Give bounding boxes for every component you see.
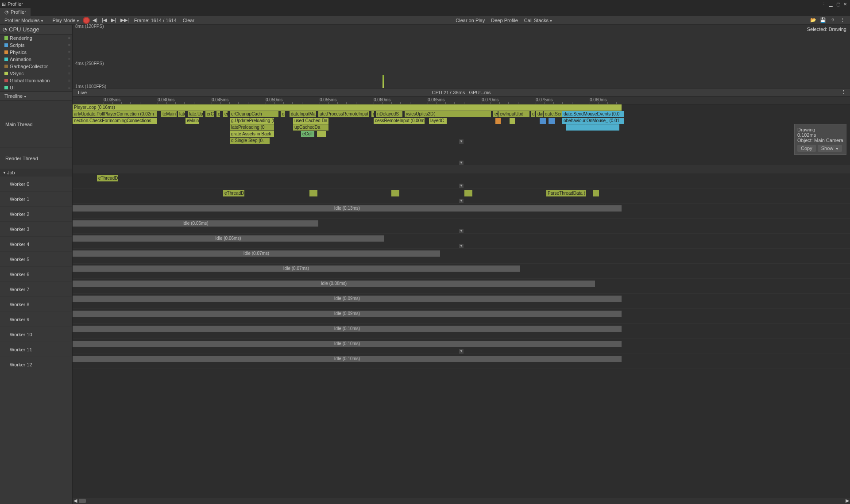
block[interactable]: g.UpdatePreloading (0 bbox=[230, 118, 274, 124]
block[interactable]: latePreloading (0 bbox=[230, 124, 274, 131]
block[interactable]: d Single Step (0. bbox=[230, 138, 270, 144]
close-icon[interactable]: ✕ bbox=[842, 1, 848, 7]
call-stacks-dropdown[interactable]: Call Stacks▼ bbox=[522, 17, 555, 24]
worker-block[interactable]: Idle (0.10ms) bbox=[73, 326, 622, 332]
drag-handle-icon[interactable]: ≡ bbox=[68, 85, 70, 90]
block[interactable]: dateInputMa bbox=[281, 111, 285, 117]
expand-handle[interactable]: ▼ bbox=[459, 349, 464, 354]
block[interactable]: arlyUpdate.PollPlayerConnection (0.02m bbox=[73, 111, 157, 117]
clear-on-play-toggle[interactable]: Clear on Play bbox=[453, 17, 487, 24]
category-rendering[interactable]: Rendering≡ bbox=[0, 35, 72, 42]
drag-handle-icon[interactable]: ≡ bbox=[68, 57, 70, 62]
worker-block[interactable]: Idle (0.07ms) bbox=[73, 250, 440, 257]
category-vsync[interactable]: VSync≡ bbox=[0, 70, 72, 77]
prev-frame-button[interactable]: |◀ bbox=[100, 16, 108, 24]
worker-block[interactable] bbox=[391, 190, 399, 196]
block[interactable]: cessRemoteInput (0.00m bbox=[374, 118, 425, 124]
thread-worker-7[interactable]: Worker 7 bbox=[0, 282, 72, 297]
thread-worker-0[interactable]: Worker 0 bbox=[0, 177, 72, 192]
drag-handle-icon[interactable]: ≡ bbox=[68, 43, 70, 47]
thread-worker-4[interactable]: Worker 4 bbox=[0, 237, 72, 252]
play-mode-dropdown[interactable]: Play Mode▼ bbox=[50, 17, 82, 24]
thread-worker-8[interactable]: Worker 8 bbox=[0, 297, 72, 312]
scroll-right-icon[interactable]: ▶ bbox=[846, 498, 849, 504]
block[interactable]: ysicsUpilcs2D( bbox=[405, 111, 491, 117]
worker-block[interactable]: Idle (0.09ms) bbox=[73, 311, 622, 317]
deep-profile-toggle[interactable]: Deep Profile bbox=[488, 17, 521, 24]
worker-block[interactable]: eThreadDa bbox=[223, 190, 244, 196]
block[interactable]: erCleanupCach bbox=[223, 111, 228, 117]
thread-worker-10[interactable]: Worker 10 bbox=[0, 327, 72, 342]
drag-handle-icon[interactable]: ≡ bbox=[68, 36, 70, 40]
worker-block[interactable]: Idle (0.05ms) bbox=[73, 220, 318, 227]
minimize-icon[interactable]: ▁ bbox=[828, 1, 834, 7]
record-button[interactable] bbox=[83, 17, 90, 24]
block[interactable]: ate.ProcessRemoteInput bbox=[318, 111, 369, 117]
block[interactable]: nection.CheckForIncomingConnections bbox=[73, 118, 157, 124]
block[interactable]: grate Assets in Back bbox=[230, 131, 274, 137]
block[interactable] bbox=[317, 131, 326, 137]
cpu-usage-header[interactable]: ◔ CPU Usage bbox=[0, 25, 72, 35]
drag-handle-icon[interactable]: ≡ bbox=[68, 50, 70, 54]
block[interactable]: date.SendMouseEvents (0.0 bbox=[531, 111, 535, 117]
scroll-left-icon[interactable]: ◀ bbox=[73, 498, 77, 504]
category-animation[interactable]: Animation≡ bbox=[0, 56, 72, 63]
worker-block[interactable] bbox=[309, 190, 317, 196]
block[interactable]: dateInputMa bbox=[290, 111, 316, 117]
playerloop-block[interactable]: PlayerLoop (0.16ms) bbox=[73, 104, 622, 111]
drag-handle-icon[interactable]: ≡ bbox=[68, 78, 70, 83]
block[interactable]: erCleanupCach bbox=[205, 111, 214, 117]
expand-handle[interactable]: ▼ bbox=[459, 161, 464, 165]
thread-worker-12[interactable]: Worker 12 bbox=[0, 357, 72, 372]
thread-worker-6[interactable]: Worker 6 bbox=[0, 267, 72, 282]
block[interactable]: layedC bbox=[429, 118, 447, 124]
block[interactable]: erCleanupCach bbox=[230, 111, 278, 117]
worker-block[interactable]: eThreadDa bbox=[97, 175, 118, 181]
block[interactable]: late.UpdatePreloading bbox=[178, 111, 185, 117]
tooltip-show-dropdown[interactable]: Show ▼ bbox=[818, 145, 842, 152]
save-icon[interactable]: 💾 bbox=[819, 16, 827, 24]
block[interactable]: ewInputUpd bbox=[498, 111, 529, 117]
block[interactable]: late.UpdatePreloading bbox=[188, 111, 203, 117]
profiler-modules-dropdown[interactable]: Profiler Modules▼ bbox=[2, 17, 46, 24]
worker-block[interactable]: Idle (0.10ms) bbox=[73, 341, 622, 347]
selected-block[interactable]: obehaviour.OnMouse_ (0.01 bbox=[562, 118, 624, 124]
kebab-icon[interactable]: ⋮ bbox=[821, 1, 827, 7]
block[interactable]: date.SendMouseEvents (0.0 bbox=[536, 111, 543, 117]
worker-block[interactable] bbox=[464, 190, 472, 196]
expand-handle[interactable]: ▼ bbox=[459, 199, 464, 203]
category-global illumination[interactable]: Global Illumination≡ bbox=[0, 77, 72, 84]
block[interactable] bbox=[510, 118, 515, 124]
thread-worker-3[interactable]: Worker 3 bbox=[0, 222, 72, 237]
maximize-icon[interactable]: ▢ bbox=[835, 1, 841, 7]
expand-handle[interactable]: ▼ bbox=[459, 184, 464, 188]
worker-block[interactable]: ParseThreadData ( bbox=[546, 190, 586, 196]
block[interactable] bbox=[566, 124, 619, 131]
drag-handle-icon[interactable]: ≡ bbox=[68, 64, 70, 69]
view-mode-dropdown[interactable]: Timeline▼ bbox=[2, 92, 29, 100]
timeline-menu-icon[interactable]: ⋮ bbox=[839, 88, 847, 96]
block[interactable]: nDelayedS bbox=[371, 111, 374, 117]
current-frame-button[interactable]: ▶▶| bbox=[119, 16, 131, 24]
load-icon[interactable]: 📂 bbox=[809, 16, 817, 24]
worker-block[interactable]: Idle (0.13ms) bbox=[73, 205, 622, 212]
horizontal-scrollbar[interactable]: ◀ ▶ bbox=[73, 498, 850, 504]
menu-icon[interactable]: ⋮ bbox=[838, 16, 846, 24]
block[interactable] bbox=[549, 118, 555, 124]
worker-block[interactable]: Idle (0.09ms) bbox=[73, 296, 622, 302]
thread-worker-2[interactable]: Worker 2 bbox=[0, 207, 72, 222]
next-frame-button[interactable]: ▶| bbox=[109, 16, 118, 24]
worker-block[interactable]: Idle (0.08ms) bbox=[73, 281, 595, 287]
thread-worker-1[interactable]: Worker 1 bbox=[0, 192, 72, 207]
thread-worker-11[interactable]: Worker 11 bbox=[0, 342, 72, 357]
block[interactable]: date.SendMouseEvents (0.0 bbox=[562, 111, 624, 117]
cpu-chart[interactable]: 8ms (120FPS) 4ms (250FPS) 1ms (1000FPS) … bbox=[73, 25, 850, 88]
drag-handle-icon[interactable]: ≡ bbox=[68, 71, 70, 76]
block[interactable]: nDelayedS bbox=[376, 111, 402, 117]
help-icon[interactable]: ? bbox=[829, 16, 837, 24]
block[interactable]: erCleanupCach bbox=[216, 111, 220, 117]
block[interactable]: teMainTh bbox=[161, 111, 177, 117]
block[interactable]: eColl bbox=[301, 131, 314, 137]
expand-handle[interactable]: ▼ bbox=[459, 229, 464, 233]
tooltip-copy-button[interactable]: Copy bbox=[797, 145, 816, 152]
